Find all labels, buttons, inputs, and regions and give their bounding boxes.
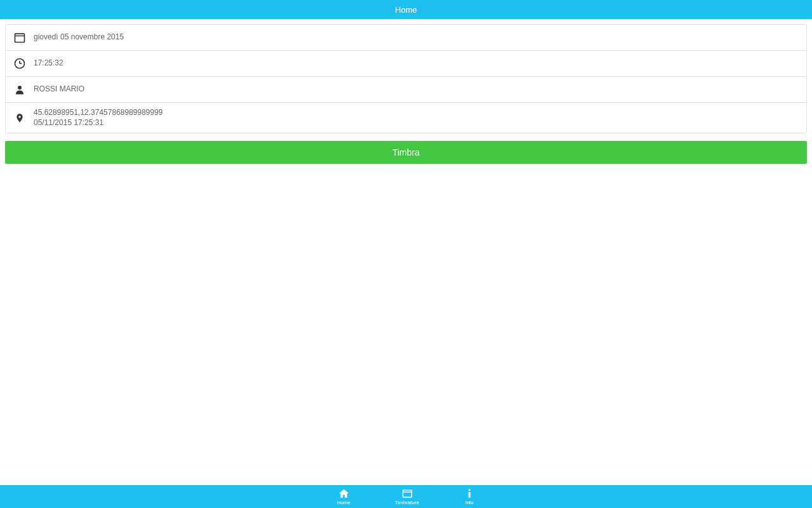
- svg-rect-7: [403, 490, 412, 497]
- svg-point-5: [18, 86, 22, 90]
- app-header: Home: [0, 0, 812, 19]
- nav-items: Home Timbrature Info: [337, 488, 475, 505]
- svg-point-9: [468, 489, 470, 491]
- svg-rect-0: [15, 34, 25, 42]
- nav-info[interactable]: Info: [464, 488, 475, 505]
- user-text: ROSSI MARIO: [34, 84, 84, 95]
- time-text: 17:25:32: [34, 58, 63, 69]
- nav-timbrature-label: Timbrature: [395, 500, 419, 505]
- location-text: 45.62898951,12.37457868989989999 05/11/2…: [34, 108, 163, 128]
- timbrature-icon: [402, 488, 413, 499]
- info-icon: [464, 488, 475, 499]
- location-timestamp: 05/11/2015 17:25:31: [34, 118, 163, 128]
- calendar-icon: [12, 30, 27, 45]
- svg-rect-10: [468, 492, 470, 498]
- bottom-nav: Home Timbrature Info: [0, 485, 812, 508]
- nav-home[interactable]: Home: [337, 488, 350, 505]
- main-content: giovedì 05 novembre 2015 17:25:32 ROSSI …: [0, 19, 812, 169]
- info-list: giovedì 05 novembre 2015 17:25:32 ROSSI …: [5, 24, 807, 133]
- clock-icon: [12, 56, 27, 71]
- user-row: ROSSI MARIO: [6, 77, 806, 103]
- nav-home-label: Home: [337, 500, 350, 505]
- timbra-button[interactable]: Timbra: [5, 141, 807, 164]
- location-icon: [12, 110, 27, 126]
- location-coords: 45.62898951,12.37457868989989999: [34, 108, 163, 117]
- location-row: 45.62898951,12.37457868989989999 05/11/2…: [6, 103, 806, 133]
- date-row: giovedì 05 novembre 2015: [6, 25, 806, 51]
- user-icon: [12, 82, 27, 97]
- nav-timbrature[interactable]: Timbrature: [395, 488, 419, 505]
- date-text: giovedì 05 novembre 2015: [34, 32, 124, 43]
- svg-point-6: [18, 116, 20, 117]
- nav-info-label: Info: [465, 500, 473, 505]
- header-title: Home: [395, 5, 417, 15]
- time-row: 17:25:32: [6, 51, 806, 77]
- home-icon: [338, 488, 350, 499]
